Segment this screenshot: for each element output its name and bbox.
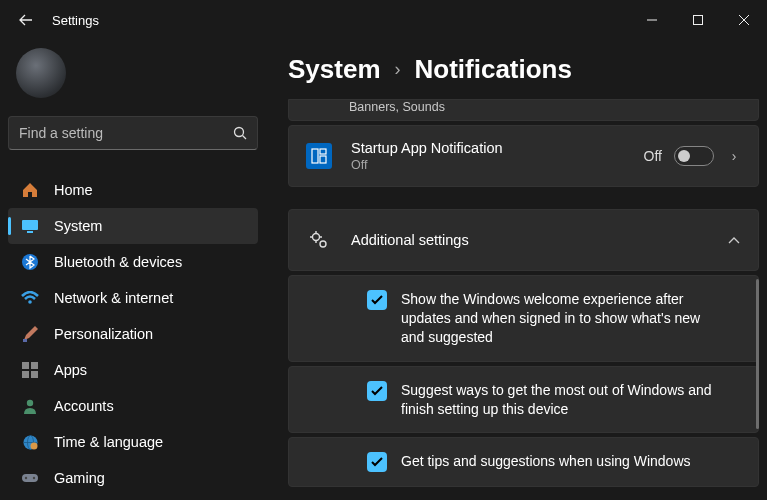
checkbox-tips-chk[interactable] [367,452,387,472]
gamepad-icon [20,468,40,488]
svg-rect-1 [694,16,703,25]
search-icon [233,126,247,140]
home-icon [20,180,40,200]
checkbox-welcome-experience: Show the Windows welcome experience afte… [288,275,759,362]
gears-icon [305,226,333,254]
content: System › Notifications Banners, Sounds S… [266,40,767,500]
svg-rect-23 [312,149,318,163]
svg-rect-24 [320,149,326,154]
startup-tile-title: Startup App Notification [351,140,644,156]
sidebar-item-apps[interactable]: Apps [8,352,258,388]
svg-point-19 [30,442,37,449]
additional-settings-title: Additional settings [351,232,726,248]
chevron-up-icon [726,232,742,248]
nav-list: Home System Bluetooth & devices Network … [8,172,258,496]
svg-rect-11 [22,362,29,369]
svg-rect-14 [31,371,38,378]
sidebar-item-accounts[interactable]: Accounts [8,388,258,424]
svg-point-9 [28,300,32,304]
close-button[interactable] [721,4,767,36]
svg-rect-6 [22,220,38,230]
sidebar-item-network[interactable]: Network & internet [8,280,258,316]
globe-icon [20,432,40,452]
close-icon [739,15,749,25]
checkbox-welcome-label: Show the Windows welcome experience afte… [401,290,742,347]
bluetooth-icon [20,252,40,272]
checkbox-tips: Get tips and suggestions when using Wind… [288,437,759,487]
chevron-right-icon: › [395,59,401,80]
search-box[interactable] [8,116,258,150]
search-input[interactable] [19,125,233,141]
svg-point-22 [33,477,35,479]
titlebar: Settings [0,0,767,40]
minimize-button[interactable] [629,4,675,36]
sidebar-item-bluetooth[interactable]: Bluetooth & devices [8,244,258,280]
back-button[interactable] [8,2,44,38]
chevron-right-icon: › [726,148,742,164]
breadcrumb-current: Notifications [415,54,572,85]
svg-rect-13 [22,371,29,378]
svg-rect-25 [320,156,326,163]
wifi-icon [20,288,40,308]
settings-scroll-area: Banners, Sounds Startup App Notification… [288,99,759,491]
checkbox-welcome[interactable] [367,290,387,310]
checkbox-suggest-ways: Suggest ways to get the most out of Wind… [288,366,759,434]
checkbox-tips-label: Get tips and suggestions when using Wind… [401,452,715,471]
svg-rect-20 [22,474,38,482]
maximize-icon [693,15,703,25]
system-icon [20,216,40,236]
app-title: Settings [52,13,99,28]
minimize-icon [647,15,657,25]
startup-tile-sub: Off [351,158,644,172]
svg-point-4 [235,128,244,137]
person-icon [20,396,40,416]
checkbox-suggest-label: Suggest ways to get the most out of Wind… [401,381,742,419]
svg-rect-12 [31,362,38,369]
sidebar-item-gaming[interactable]: Gaming [8,460,258,496]
brush-icon [20,324,40,344]
svg-point-27 [320,241,326,247]
svg-rect-7 [27,231,33,233]
additional-settings-header[interactable]: Additional settings [288,209,759,271]
startup-app-icon [305,142,333,170]
avatar[interactable] [16,48,66,98]
apps-icon [20,360,40,380]
back-arrow-icon [19,13,33,27]
partial-tile-subtext: Banners, Sounds [349,100,445,114]
startup-app-notification-tile[interactable]: Startup App Notification Off Off › [288,125,759,187]
startup-toggle-label: Off [644,148,662,164]
sidebar-item-system[interactable]: System [8,208,258,244]
sidebar-item-time[interactable]: Time & language [8,424,258,460]
svg-point-21 [25,477,27,479]
checkbox-suggest[interactable] [367,381,387,401]
partial-tile[interactable]: Banners, Sounds [288,99,759,121]
sidebar-item-home[interactable]: Home [8,172,258,208]
breadcrumb-parent[interactable]: System [288,54,381,85]
maximize-button[interactable] [675,4,721,36]
startup-toggle[interactable] [674,146,714,166]
svg-point-15 [27,400,33,406]
sidebar-item-personalization[interactable]: Personalization [8,316,258,352]
svg-point-26 [313,234,320,241]
svg-line-5 [243,136,247,140]
svg-rect-10 [23,339,27,342]
scrollbar[interactable] [756,99,759,491]
breadcrumb: System › Notifications [288,54,759,85]
sidebar: Home System Bluetooth & devices Network … [0,40,266,500]
